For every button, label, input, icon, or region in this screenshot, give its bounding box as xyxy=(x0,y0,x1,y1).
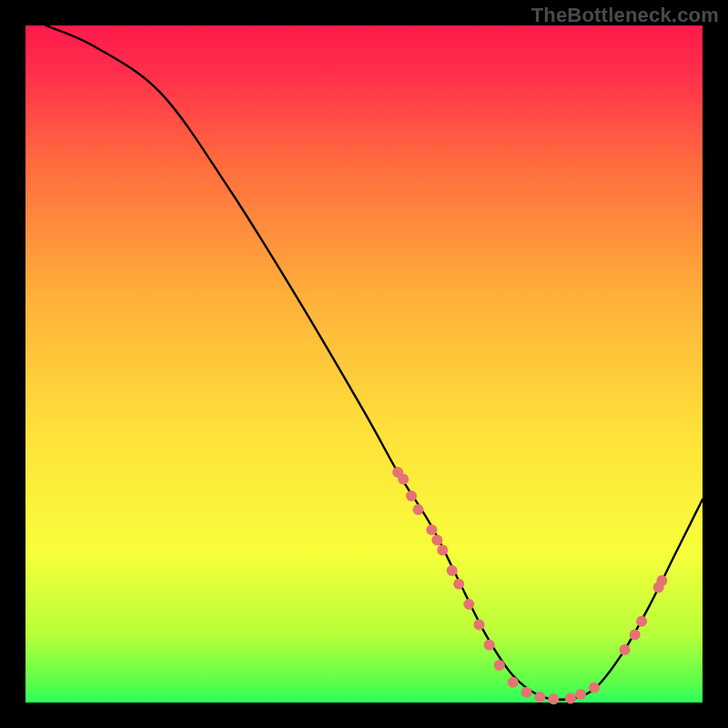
curve-marker xyxy=(406,490,417,501)
bottleneck-chart xyxy=(0,0,728,728)
curve-marker xyxy=(619,644,630,655)
curve-marker xyxy=(473,619,484,630)
chart-stage: TheBottleneck.com xyxy=(0,0,728,728)
curve-marker xyxy=(413,504,424,515)
curve-marker xyxy=(508,677,519,688)
curve-marker xyxy=(636,616,647,627)
curve-marker xyxy=(447,565,458,576)
gradient-panel xyxy=(25,25,703,703)
curve-marker xyxy=(484,640,495,651)
curve-marker xyxy=(565,693,576,704)
curve-marker xyxy=(589,682,600,693)
curve-marker xyxy=(534,692,545,703)
curve-marker xyxy=(575,689,586,700)
curve-marker xyxy=(521,687,532,698)
curve-marker xyxy=(494,660,505,671)
watermark-text: TheBottleneck.com xyxy=(531,4,719,27)
curve-marker xyxy=(548,693,559,704)
curve-marker xyxy=(398,473,409,484)
curve-marker xyxy=(453,579,464,590)
curve-marker xyxy=(463,599,474,610)
curve-marker xyxy=(656,575,667,586)
curve-marker xyxy=(437,545,448,556)
curve-marker xyxy=(426,524,437,535)
curve-marker xyxy=(431,534,442,545)
curve-marker xyxy=(630,630,641,641)
